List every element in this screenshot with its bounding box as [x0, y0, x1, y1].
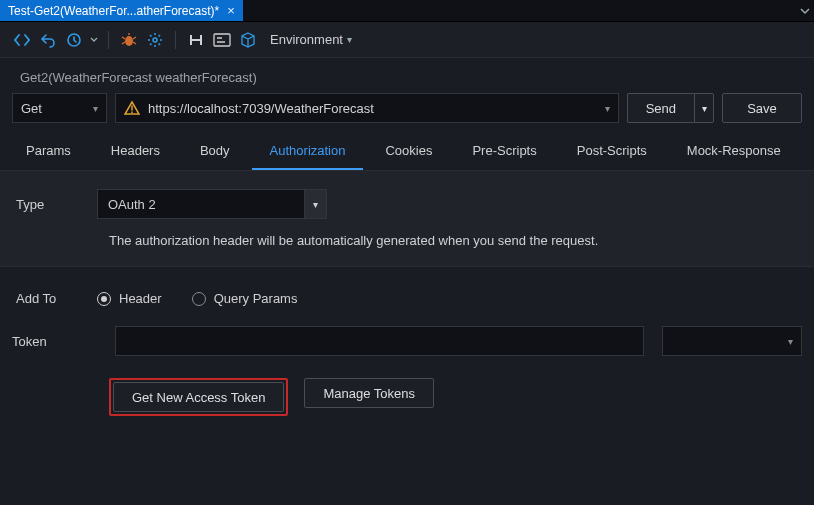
- tab-params[interactable]: Params: [8, 133, 89, 170]
- code-icon[interactable]: [12, 30, 32, 50]
- svg-point-2: [153, 38, 157, 42]
- radio-header[interactable]: Header: [97, 291, 162, 306]
- tab-strip: Test-Get2(WeatherFor...atherForecast)* ×: [0, 0, 814, 22]
- url-text: https://localhost:7039/WeatherForecast: [148, 101, 597, 116]
- addto-label: Add To: [12, 291, 97, 306]
- token-label: Token: [12, 334, 97, 349]
- chevron-down-icon[interactable]: [90, 36, 98, 44]
- method-value: Get: [21, 101, 42, 116]
- radio-header-label: Header: [119, 291, 162, 306]
- separator: [175, 31, 176, 49]
- token-input[interactable]: [115, 326, 644, 356]
- cube-icon[interactable]: [238, 30, 258, 50]
- tab-postscripts[interactable]: Post-Scripts: [559, 133, 665, 170]
- chevron-down-icon[interactable]: [796, 0, 814, 21]
- send-button-group: Send ▾: [627, 93, 714, 123]
- get-new-access-token-button[interactable]: Get New Access Token: [113, 382, 284, 412]
- operation-signature: Get2(WeatherForecast weatherForecast): [0, 58, 814, 93]
- history-icon[interactable]: [64, 30, 84, 50]
- undo-icon[interactable]: [38, 30, 58, 50]
- method-dropdown[interactable]: Get ▾: [12, 93, 107, 123]
- chevron-down-icon[interactable]: ▾: [304, 190, 326, 218]
- tab-headers[interactable]: Headers: [93, 133, 178, 170]
- send-button[interactable]: Send: [627, 93, 694, 123]
- auth-type-panel: Type OAuth 2 ▾ The authorization header …: [0, 171, 814, 267]
- addto-radio-group: Header Query Params: [97, 291, 297, 306]
- tab-prescripts[interactable]: Pre-Scripts: [454, 133, 554, 170]
- auth-hint: The authorization header will be automat…: [109, 233, 598, 248]
- close-icon[interactable]: ×: [227, 3, 235, 18]
- separator: [108, 31, 109, 49]
- request-tabs: Params Headers Body Authorization Cookie…: [0, 133, 814, 171]
- chevron-down-icon[interactable]: ▾: [605, 103, 610, 114]
- radio-query[interactable]: Query Params: [192, 291, 298, 306]
- svg-rect-3: [214, 34, 230, 46]
- toolbar: Environment ▾: [0, 22, 814, 58]
- save-button[interactable]: Save: [722, 93, 802, 123]
- chevron-down-icon: ▾: [347, 34, 352, 45]
- url-field[interactable]: https://localhost:7039/WeatherForecast ▾: [115, 93, 619, 123]
- chevron-down-icon: ▾: [93, 103, 98, 114]
- request-row: Get ▾ https://localhost:7039/WeatherFore…: [0, 93, 814, 133]
- auth-type-value: OAuth 2: [108, 197, 156, 212]
- highlight-box: Get New Access Token: [109, 378, 288, 416]
- radio-icon: [192, 292, 206, 306]
- gear-icon[interactable]: [145, 30, 165, 50]
- document-tab[interactable]: Test-Get2(WeatherFor...atherForecast)* ×: [0, 0, 243, 21]
- tab-cookies[interactable]: Cookies: [367, 133, 450, 170]
- form-icon[interactable]: [212, 30, 232, 50]
- tab-title: Test-Get2(WeatherFor...atherForecast)*: [8, 4, 219, 18]
- radio-icon: [97, 292, 111, 306]
- send-dropdown[interactable]: ▾: [694, 93, 714, 123]
- manage-tokens-button[interactable]: Manage Tokens: [304, 378, 434, 408]
- type-label: Type: [12, 197, 97, 212]
- auth-type-select[interactable]: OAuth 2 ▾: [97, 189, 327, 219]
- environment-label: Environment: [270, 32, 343, 47]
- bug-icon[interactable]: [119, 30, 139, 50]
- tab-authorization[interactable]: Authorization: [252, 133, 364, 170]
- tab-body[interactable]: Body: [182, 133, 248, 170]
- token-preset-select[interactable]: ▾: [662, 326, 802, 356]
- radio-query-label: Query Params: [214, 291, 298, 306]
- heading-icon[interactable]: [186, 30, 206, 50]
- auth-detail-panel: Add To Header Query Params Token ▾ Get N…: [0, 267, 814, 440]
- tab-mockresponse[interactable]: Mock-Response: [669, 133, 799, 170]
- warning-icon: [124, 100, 140, 116]
- svg-point-1: [125, 36, 133, 46]
- environment-dropdown[interactable]: Environment ▾: [270, 32, 352, 47]
